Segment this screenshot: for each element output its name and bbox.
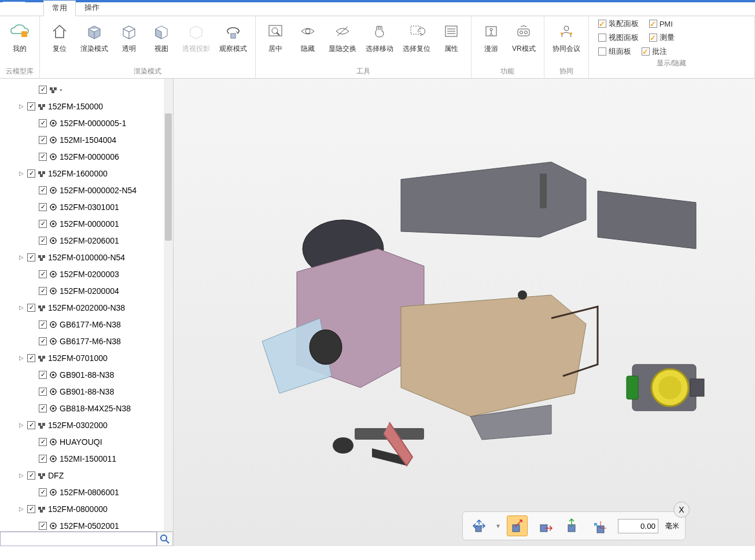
tree-node[interactable]: ✓152FM-0000001	[0, 215, 164, 232]
node-checkbox[interactable]: ✓	[39, 186, 47, 194]
node-checkbox[interactable]: ✓	[39, 287, 47, 295]
expander-icon[interactable]: ▷	[17, 254, 25, 260]
node-checkbox[interactable]: ✓	[39, 119, 47, 127]
tree-node[interactable]: ✓152FM-0206001	[0, 232, 164, 249]
tree-node[interactable]: ▷✓152FM-0701000	[0, 349, 164, 366]
selectreset-button[interactable]: 选择复位	[398, 19, 435, 65]
move-y-button[interactable]	[562, 515, 583, 536]
node-checkbox[interactable]: ✓	[39, 220, 47, 228]
toolbar-close-button[interactable]: X	[673, 502, 690, 518]
tab-common[interactable]: 常用	[43, 0, 76, 16]
selectmove-button[interactable]: 选择移动	[361, 19, 398, 65]
tree-node[interactable]: ✓152FM-0000006	[0, 148, 164, 165]
node-checkbox[interactable]: ✓	[27, 471, 35, 480]
check-annotation[interactable]: ✓批注	[642, 46, 667, 57]
tree-node[interactable]: ✓GB901-88-N38	[0, 383, 164, 400]
tree-node[interactable]: ▷✓152FM-0302000	[0, 417, 164, 433]
tree-node[interactable]: ✓152FM-0200004	[0, 282, 164, 299]
node-checkbox[interactable]: ✓	[39, 270, 47, 278]
node-checkbox[interactable]: ✓	[39, 320, 47, 329]
tree-node[interactable]: ✓152FM-0806001	[0, 484, 164, 500]
node-checkbox[interactable]: ✓	[39, 455, 47, 463]
tree-node[interactable]: ✓152MI-1500011	[0, 450, 164, 467]
node-checkbox[interactable]: ✓	[39, 371, 47, 379]
check-measure[interactable]: ✓测量	[649, 32, 675, 43]
properties-button[interactable]: 属性	[435, 19, 467, 65]
node-checkbox[interactable]: ✓	[27, 253, 35, 261]
tree-node[interactable]: ✓152FM-0502001	[0, 517, 164, 531]
node-checkbox[interactable]: ✓	[39, 522, 47, 530]
tree-scrollbar[interactable]	[164, 79, 173, 531]
dropdown-icon[interactable]: ▾	[496, 522, 500, 530]
node-checkbox[interactable]: ✓	[27, 354, 35, 362]
scrollbar-thumb[interactable]	[165, 113, 172, 241]
node-checkbox[interactable]: ✓	[27, 102, 35, 110]
tree-node[interactable]: ✓152MI-1504004	[0, 131, 164, 148]
node-checkbox[interactable]: ✓	[27, 304, 35, 312]
tree-node[interactable]: ▷✓DFZ	[0, 467, 164, 484]
reset-button[interactable]: 复位	[43, 19, 76, 65]
meeting-button[interactable]: 协同会议	[548, 19, 585, 65]
vrmode-button[interactable]: VR模式	[507, 19, 540, 65]
tree-node[interactable]: ✓GB901-88-N38	[0, 366, 164, 383]
expander-icon[interactable]: ▷	[17, 506, 25, 512]
check-assembly-panel[interactable]: ✓装配面板	[598, 19, 639, 29]
perspective-button[interactable]: 透视投影	[178, 19, 215, 65]
node-checkbox[interactable]: ✓	[27, 421, 35, 429]
node-checkbox[interactable]: ✓	[39, 488, 47, 496]
transparent-button[interactable]: 透明	[113, 19, 145, 65]
tree-node[interactable]: ✓-	[0, 81, 164, 98]
expander-icon[interactable]: ▷	[17, 472, 25, 478]
move-x-button[interactable]	[535, 515, 555, 536]
tree-node[interactable]: ✓HUAYOUQI	[0, 433, 164, 450]
tree-node[interactable]: ✓152FM-0301001	[0, 198, 164, 215]
node-checkbox[interactable]: ✓	[27, 505, 35, 513]
node-checkbox[interactable]: ✓	[39, 337, 47, 345]
node-checkbox[interactable]: ✓	[39, 203, 47, 211]
move-free-button[interactable]	[469, 515, 489, 536]
distance-input[interactable]	[618, 519, 658, 533]
node-checkbox[interactable]: ✓	[39, 136, 47, 144]
showhide-button[interactable]: 显隐交换	[324, 19, 361, 65]
move-z-button[interactable]	[590, 515, 611, 536]
tab-operation[interactable]: 操作	[76, 0, 108, 16]
search-button[interactable]	[157, 532, 173, 546]
hide-button[interactable]: 隐藏	[292, 19, 324, 65]
node-checkbox[interactable]: ✓	[39, 153, 47, 161]
expander-icon[interactable]: ▷	[17, 304, 25, 311]
node-checkbox[interactable]: ✓	[39, 404, 47, 412]
move-diagonal-button[interactable]	[507, 515, 528, 536]
roam-button[interactable]: 漫游	[475, 19, 507, 65]
expander-icon[interactable]: ▷	[17, 103, 25, 109]
tree-node[interactable]: ✓152FM-0000002-N54	[0, 182, 164, 198]
check-group-panel[interactable]: 组面板	[598, 46, 631, 57]
node-checkbox[interactable]: ✓	[39, 438, 47, 446]
tree-node[interactable]: ▷✓152FM-150000	[0, 98, 164, 115]
expander-icon[interactable]: ▷	[17, 170, 25, 176]
tree-node[interactable]: ▷✓152FM-0100000-N54	[0, 249, 164, 266]
node-checkbox[interactable]: ✓	[39, 86, 47, 94]
expander-icon[interactable]: ▷	[17, 355, 25, 361]
rendermode-button[interactable]: 渲染模式	[76, 19, 113, 65]
node-checkbox[interactable]: ✓	[39, 388, 47, 396]
my-button[interactable]: 我的	[3, 19, 36, 65]
tree-node[interactable]: ✓152FM-0000005-1	[0, 115, 164, 131]
tree-node[interactable]: ✓GB818-M4X25-N38	[0, 400, 164, 417]
center-button[interactable]: 居中	[259, 19, 292, 65]
tree-node[interactable]: ✓152FM-0200003	[0, 266, 164, 282]
expander-icon[interactable]: ▷	[17, 422, 25, 428]
tree-node[interactable]: ▷✓152FM-0202000-N38	[0, 299, 164, 316]
observemode-button[interactable]: 观察模式	[215, 19, 252, 65]
tree-node[interactable]: ▷✓152FM-1600000	[0, 165, 164, 182]
tree-node[interactable]: ✓GB6177-M6-N38	[0, 316, 164, 333]
tree-node[interactable]: ✓GB6177-M6-N38	[0, 333, 164, 349]
3d-viewport[interactable]: X ▾ 毫米	[174, 79, 755, 546]
assembly-tree[interactable]: ✓-▷✓152FM-150000✓152FM-0000005-1✓152MI-1…	[0, 79, 164, 531]
check-pmi[interactable]: ✓PMI	[649, 19, 673, 29]
check-view-panel[interactable]: 视图面板	[598, 32, 639, 43]
search-input[interactable]	[0, 532, 157, 546]
tree-node[interactable]: ▷✓152FM-0800000	[0, 500, 164, 517]
node-checkbox[interactable]: ✓	[27, 170, 35, 178]
view-button[interactable]: 视图	[145, 19, 178, 65]
node-checkbox[interactable]: ✓	[39, 237, 47, 245]
